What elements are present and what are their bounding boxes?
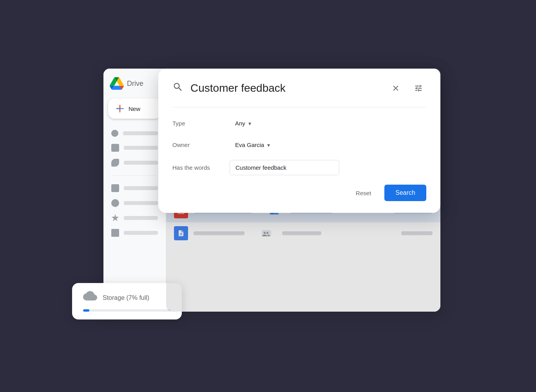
new-button-label: New bbox=[129, 105, 140, 112]
trash-icon bbox=[111, 229, 119, 237]
words-input[interactable] bbox=[230, 160, 339, 175]
sidebar-item-recent[interactable] bbox=[107, 196, 163, 210]
plus-icon bbox=[115, 104, 125, 113]
check-icon bbox=[111, 130, 118, 137]
dialog-divider bbox=[172, 107, 426, 107]
sidebar-item-starred[interactable] bbox=[107, 211, 163, 225]
chevron-down-icon: ▾ bbox=[248, 120, 251, 127]
storage-card: Storage (7% full) bbox=[72, 283, 182, 319]
sidebar: Drive New bbox=[103, 69, 166, 312]
search-button[interactable]: Search bbox=[384, 185, 426, 201]
sidebar-item-shared-me[interactable] bbox=[107, 181, 163, 195]
search-dialog-header: Customer feedback bbox=[172, 80, 426, 96]
dialog-actions: Reset Search bbox=[172, 185, 426, 201]
storage-label: Storage (7% full) bbox=[103, 294, 149, 301]
search-dialog: Customer feedback Type Any ▾ Owner Eva G… bbox=[158, 69, 440, 213]
type-filter-row: Type Any ▾ bbox=[172, 117, 426, 130]
sidebar-item-shared[interactable] bbox=[107, 156, 163, 170]
reset-button[interactable]: Reset bbox=[348, 186, 379, 200]
sidebar-item-myfiles[interactable] bbox=[107, 127, 163, 140]
filter-options-button[interactable] bbox=[411, 80, 426, 96]
sidebar-header: Drive bbox=[103, 76, 166, 98]
type-select[interactable]: Any ▾ bbox=[230, 117, 257, 130]
owner-filter-row: Owner Eva Garcia ▾ bbox=[172, 138, 426, 151]
sidebar-item-trash[interactable] bbox=[107, 226, 163, 240]
close-button[interactable] bbox=[388, 80, 404, 96]
owner-value: Eva Garcia bbox=[235, 142, 264, 148]
monitor-icon bbox=[111, 144, 119, 152]
star-icon bbox=[111, 214, 119, 222]
sidebar-nav bbox=[103, 127, 166, 240]
sidebar-item-computers[interactable] bbox=[107, 141, 163, 155]
search-query: Customer feedback bbox=[190, 82, 381, 94]
words-label: Has the words bbox=[172, 164, 223, 171]
storage-bar-fill bbox=[83, 309, 89, 312]
owner-select[interactable]: Eva Garcia ▾ bbox=[230, 138, 275, 151]
new-button[interactable]: New bbox=[108, 98, 161, 119]
shared-me-icon bbox=[111, 184, 119, 192]
search-icon bbox=[172, 82, 183, 95]
cloud-icon bbox=[83, 291, 97, 305]
people-icon bbox=[111, 159, 119, 167]
type-label: Type bbox=[172, 120, 223, 127]
storage-bar-track bbox=[83, 309, 171, 312]
type-value: Any bbox=[235, 120, 245, 127]
owner-label: Owner bbox=[172, 142, 223, 148]
drive-logo-icon bbox=[110, 76, 124, 91]
clock-icon bbox=[111, 199, 119, 207]
storage-header: Storage (7% full) bbox=[83, 291, 171, 305]
drive-title: Drive bbox=[127, 80, 143, 88]
chevron-down-icon-2: ▾ bbox=[267, 142, 270, 148]
words-filter-row: Has the words bbox=[172, 160, 426, 175]
